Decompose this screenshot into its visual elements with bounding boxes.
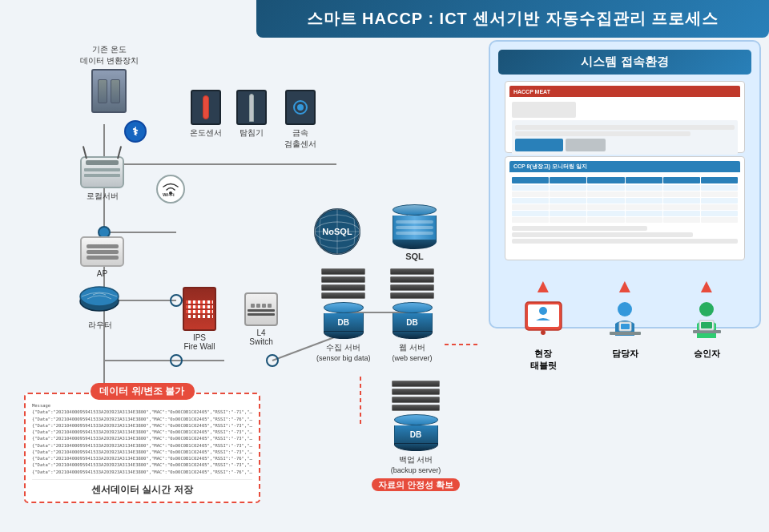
l4-switch-node: L4 Switch [244, 292, 278, 346]
router-icon [78, 284, 122, 318]
backup-server-label: 백업 서버 (backup server) [391, 454, 441, 474]
user-manager: ▲ 담당자 [603, 276, 647, 372]
page-header: 스마트 HACCP : ICT 센서기반 자동수집관리 프로세스 [256, 0, 769, 38]
arrow-up-approver: ▲ [697, 276, 716, 296]
right-panel: 시스템 접속환경 HACCP MEAT [489, 40, 761, 529]
main-container: 스마트 HACCP : ICT 센서기반 자동수집관리 프로세스 [0, 0, 769, 532]
svg-point-17 [297, 104, 304, 111]
web-server-label: 웹 서버 (web server) [392, 342, 432, 362]
system-title: 시스템 접속환경 [498, 50, 751, 75]
data-box-label: 센서데이터 실시간 저장 [32, 479, 252, 497]
user-tablet-label: 현장 태블릿 [530, 348, 557, 372]
svg-point-36 [699, 302, 714, 316]
backup-server-node: DB 백업 서버 (backup server) 자료의 안정성 확보 [372, 381, 460, 491]
ap-icon [80, 236, 124, 267]
local-server-label: 로컬서버 [87, 191, 119, 202]
wifi-icon: Wi-Fi [156, 175, 185, 204]
local-server-node: 로컬서버 [80, 156, 124, 202]
data-lines: Message{"Data":"20210400095941533A203923… [32, 402, 252, 475]
svg-rect-35 [621, 324, 630, 329]
router-label: 라우터 [88, 320, 112, 331]
svg-point-31 [539, 307, 547, 315]
data-box-title: 데이터 위/변조 불가 [90, 383, 194, 400]
nosql-icon: NoSQL [312, 207, 362, 256]
temp-sensor-label: 온도센서 [190, 127, 222, 139]
ap-label: AP [97, 269, 107, 278]
ips-firewall-node: IPS Fire Wall [183, 287, 216, 351]
router-node: 라우터 [78, 284, 122, 331]
approver-icon [685, 300, 729, 344]
users-section: ▲ 현장 태블릿 ▲ [498, 268, 751, 380]
web-server-racks [390, 268, 434, 299]
screen-mockup-top: HACCP MEAT [505, 81, 745, 153]
local-server-icon [80, 156, 124, 188]
metal-sensor-label: 탐침기 [240, 127, 264, 139]
nosql-node: NoSQL [312, 207, 362, 256]
ips-firewall-icon [183, 287, 216, 331]
bluetooth-icon: ⚕ [124, 120, 147, 143]
temp-sensor-node: 온도센서 [190, 90, 222, 139]
svg-point-21 [80, 287, 119, 306]
svg-text:Wi-Fi: Wi-Fi [163, 192, 175, 196]
collect-server-db: DB [324, 302, 364, 339]
collect-server-node: DB 수집 서버 (sensor big data) [316, 268, 371, 362]
collect-server-label: 수집 서버 (sensor big data) [316, 342, 371, 362]
svg-point-32 [618, 302, 632, 316]
converter-label: 기존 온도 데이터 변환장치 [80, 44, 139, 66]
temp-sensor-icon [191, 90, 221, 125]
svg-rect-37 [693, 330, 721, 333]
arrow-up-tablet: ▲ [533, 276, 553, 296]
user-approver-label: 승인자 [694, 348, 720, 360]
svg-point-30 [541, 330, 546, 335]
backup-server-db: DB [394, 414, 438, 451]
ips-label: IPS Fire Wall [183, 333, 215, 351]
svg-rect-39 [701, 322, 712, 328]
svg-rect-33 [610, 332, 641, 335]
data-safety-badge: 자료의 안정성 확보 [372, 479, 460, 491]
arrow-up-manager: ▲ [615, 276, 634, 296]
web-server-db: DB [393, 302, 433, 339]
detect-sensor-node: 금속 검출센서 [284, 90, 316, 150]
data-converter-node: 기존 온도 데이터 변환장치 [80, 44, 139, 113]
l4-switch-icon [244, 292, 278, 326]
screen-label-2: CCP 8(냉장고) 모니터링 일지 [513, 163, 587, 171]
detect-sensor-icon [285, 90, 316, 125]
tablet-icon [521, 300, 566, 344]
converter-icon [91, 69, 127, 113]
metal-sensor-node: 탐침기 [236, 90, 267, 139]
sensor-data-box: 데이터 위/변조 불가 Message{"Data":"202104000959… [24, 393, 260, 503]
sql-icon [393, 204, 437, 249]
svg-text:NoSQL: NoSQL [322, 227, 352, 236]
system-box: 시스템 접속환경 HACCP MEAT [489, 40, 761, 328]
web-server-node: DB 웹 서버 (web server) [390, 268, 434, 362]
switch-label: L4 Switch [249, 328, 272, 346]
ap-node: AP [80, 236, 124, 278]
screen-mockup-bottom: CCP 8(냉장고) 모니터링 일지 [505, 156, 745, 260]
user-approver: ▲ 승인자 [685, 276, 729, 372]
user-tablet: ▲ 현장 태블릿 [521, 276, 566, 372]
screen-label-1: HACCP MEAT [513, 89, 550, 95]
page-title: 스마트 HACCP : ICT 센서기반 자동수집관리 프로세스 [307, 10, 719, 27]
sql-label: SQL [405, 252, 424, 261]
metal-sensor-icon [236, 90, 267, 125]
sql-node: SQL [393, 204, 437, 261]
collect-server-racks [321, 268, 365, 299]
backup-server-racks [392, 381, 440, 411]
detect-sensor-label: 금속 검출센서 [284, 127, 316, 150]
manager-icon [603, 300, 647, 344]
user-manager-label: 담당자 [612, 348, 638, 360]
